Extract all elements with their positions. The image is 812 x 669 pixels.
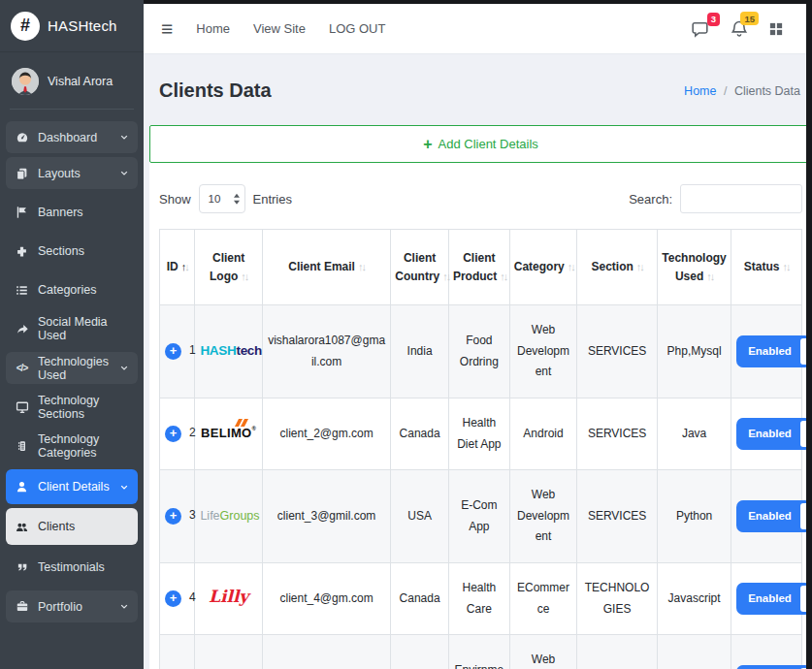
cell-category: Android [509,398,577,469]
sidebar-item-testimonials[interactable]: Testimonials [6,548,138,587]
status-label: Enabled [748,428,792,439]
column-header-client-logo[interactable]: Client Logo↑↓ [195,230,263,305]
sidebar-item-client-details[interactable]: Client Details [6,469,138,504]
clients-card: + Add Client Details Show 10 Entries [149,125,812,669]
messages-badge: 3 [707,13,720,26]
status-toggle[interactable]: Enabled [736,335,812,368]
column-header-status[interactable]: Status↑↓ [731,230,802,305]
status-label: Enabled [748,345,792,357]
table-row: +4Lillyclient_4@gm.comCanadaHealth CareE… [160,562,802,634]
client-logo-lifegroups: LifeGroups [200,509,259,523]
sidebar-divider [10,109,134,110]
cell-technology-used: React Js [658,635,731,669]
user-icon [15,480,29,494]
entries-select-box: 10 [199,184,245,213]
hamburger-icon[interactable]: ≡ [161,18,173,39]
topbar-link-view-site[interactable]: View Site [253,21,306,36]
cell-client-product: Food Ordring [448,305,509,398]
code-icon: </> [15,363,29,373]
sidebar-item-social-media-used[interactable]: Social Media Used [6,309,138,348]
briefcase-icon [15,600,29,613]
users-icon [15,521,29,533]
breadcrumb-home-link[interactable]: Home [684,84,716,98]
column-label: Category [514,260,565,273]
sidebar-item-layouts[interactable]: Layouts [6,157,138,189]
sort-arrows-icon: ↑↓ [782,261,789,272]
column-header-client-country[interactable]: Client Country↑↓ [391,230,449,305]
messages-icon[interactable]: 3 [691,20,709,38]
content-area: Clients Data Home / Clients Data + Add C… [144,54,812,669]
expand-row-icon[interactable]: + [165,343,181,360]
column-label: Client Country [395,251,439,283]
column-header-category[interactable]: Category↑↓ [509,230,577,305]
cell-section: SERVICES [577,398,658,469]
topbar-link-home[interactable]: Home [196,21,230,36]
entries-control: Show 10 Entries [159,184,292,213]
list-icon [15,284,29,297]
expand-row-icon[interactable]: + [165,508,181,525]
breadcrumb-current: Clients Data [734,84,800,98]
column-header-id[interactable]: ID↑↓ [160,230,195,305]
search-input[interactable] [680,184,802,213]
add-client-details-label: Add Client Details [438,137,538,151]
topbar-link-logout[interactable]: LOG OUT [329,21,386,36]
cell-client-email: client_2@gm.com [262,398,390,469]
id-value: 3 [189,505,196,526]
column-header-client-email[interactable]: Client Email↑↓ [262,230,390,305]
cell-status: Enabled [731,635,802,669]
cell-client-product: Envirnment [448,635,509,669]
column-header-client-product[interactable]: Client Product↑↓ [448,230,509,305]
breadcrumb-separator: / [724,84,727,98]
sidebar-item-banners[interactable]: Banners [6,193,138,232]
sidebar-item-technology-categories[interactable]: Technology Categories [6,427,138,465]
puzzle-icon [15,245,29,258]
sort-arrows-icon: ↑↓ [500,271,506,282]
entries-select[interactable]: 10 [199,184,245,213]
sidebar-item-portfolio[interactable]: Portfolio [6,590,138,622]
belimo-slashes-icon [237,419,246,427]
status-toggle[interactable]: Enabled [736,500,812,533]
status-toggle[interactable]: Enabled [736,665,812,669]
add-client-details-button[interactable]: + Add Client Details [149,125,812,163]
search-control: Search: [629,184,802,213]
apps-grid-icon[interactable] [769,22,783,36]
cell-client-country: Canada [391,398,449,469]
sidebar-item-dashboard[interactable]: Dashboard [6,121,138,153]
entries-label: Entries [253,192,292,207]
status-toggle[interactable]: Enabled [736,418,812,451]
sort-arrows-icon: ↑↓ [181,261,188,272]
monitor-icon [15,400,29,414]
status-toggle[interactable]: Enabled [736,583,812,616]
sort-arrows-icon: ↑↓ [568,261,574,272]
cell-client-logo: Lilly [195,562,263,634]
column-header-section[interactable]: Section↑↓ [577,230,658,305]
expand-row-icon[interactable]: + [165,426,181,442]
cell-category: Web Development [509,305,577,398]
cell-category: Web Development [509,635,577,669]
clients-table: ID↑↓Client Logo↑↓Client Email↑↓Client Co… [159,229,802,669]
cell-client-country: India [391,635,449,669]
sidebar-item-label: Portfolio [38,600,82,614]
status-label: Enabled [748,592,792,604]
table-header-row: ID↑↓Client Logo↑↓Client Email↑↓Client Co… [160,230,802,305]
sidebar-item-categories[interactable]: Categories [6,271,138,309]
plus-icon: + [423,137,432,152]
sidebar-item-label: Technology Categories [38,432,129,460]
notifications-bell-icon[interactable]: 15 [731,19,748,38]
sidebar-item-clients[interactable]: Clients [6,508,138,545]
expand-row-icon[interactable]: + [165,590,181,607]
page-title: Clients Data [159,80,272,102]
sidebar-item-technologies-used[interactable]: </>Technologies Used [6,352,138,384]
table-row: +3LifeGroupsclient_3@gmil.comUSAE-Com Ap… [160,470,802,563]
id-value: 4 [189,588,196,609]
sidebar-item-technology-sections[interactable]: Technology Sections [6,388,138,427]
sort-arrows-icon: ↑↓ [636,261,643,272]
client-logo-lilly: Lilly [209,587,248,606]
column-header-technology-used[interactable]: Technology Used↑↓ [658,230,731,305]
sidebar-item-sections[interactable]: Sections [6,232,138,271]
column-label: Client Product [453,251,497,283]
cell-client-email: vishalarora1087@gmail.com [262,305,390,398]
sort-arrows-icon: ↑↓ [442,271,449,282]
cell-category: ECommerce [509,562,577,634]
topbar: ≡ Home View Site LOG OUT 3 15 [144,4,812,54]
